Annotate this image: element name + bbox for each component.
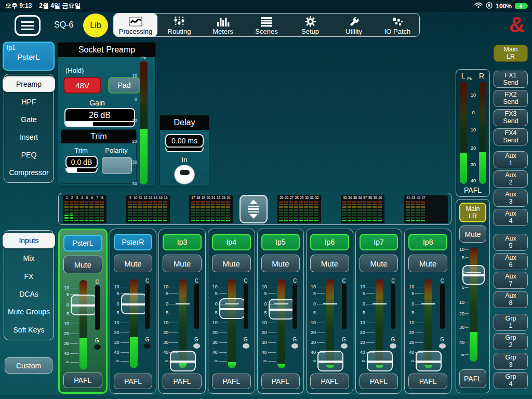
gate-indicator (243, 343, 249, 349)
mix-select-aux-8[interactable]: Aux8 (494, 291, 528, 308)
strip-pafl-button[interactable]: PAFL (408, 374, 447, 389)
mix-select-fx2-send[interactable]: FX2Send (494, 90, 528, 107)
mix-select-aux-3[interactable]: Aux3 (494, 190, 528, 207)
meter-bridge-group[interactable]: 2526272829303132 (277, 195, 321, 223)
strip-zero-line (323, 303, 337, 304)
mini-channel-meter (158, 201, 162, 222)
mix-select-fx4-send[interactable]: FX4Send (494, 128, 528, 145)
mini-channel-meter (211, 201, 215, 222)
delay-in-toggle[interactable] (174, 165, 195, 184)
mix-select-grp-2[interactable]: Grp2 (494, 333, 528, 350)
meter-bridge-group[interactable]: 3334353637383940 (341, 195, 384, 223)
mix-select-grp-4[interactable]: Grp4 (494, 372, 528, 389)
meter-bridge-group[interactable]: 1718192021222324 (189, 195, 233, 223)
trim-value[interactable]: 0.0 dB (65, 156, 98, 168)
mini-channel-meter (191, 201, 195, 222)
phantom-48v-button[interactable]: 48V (63, 77, 101, 94)
hamburger-menu-icon[interactable] (15, 15, 41, 36)
tab-meters[interactable]: Meters (201, 14, 245, 36)
mini-channel-meter (148, 201, 152, 222)
strip-mute-button[interactable]: Mute (310, 255, 349, 272)
sidebar-item-fx[interactable]: FX (4, 269, 54, 284)
strip-name-button[interactable]: Ip5 (261, 234, 300, 250)
strip-name-button[interactable]: PsterL (63, 235, 102, 251)
mix-select-aux-5[interactable]: Aux5 (494, 234, 528, 251)
strip-mute-button[interactable]: Mute (63, 256, 102, 273)
mix-select-aux-6[interactable]: Aux6 (494, 253, 528, 270)
mix-select-aux-7[interactable]: Aux7 (494, 272, 528, 289)
library-button[interactable]: Lib (83, 14, 108, 37)
meter-bridge-group[interactable]: 12345678 (63, 195, 107, 223)
strip-pafl-button[interactable]: PAFL (163, 374, 202, 389)
bank-nav-list: InputsMixFXDCAsMute GroupsSoft Keys (4, 230, 54, 340)
main-pafl-button[interactable]: PAFL (459, 369, 486, 388)
selected-channel-block[interactable]: Ip1 PsterL (3, 42, 55, 71)
strip-name-button[interactable]: Ip6 (310, 234, 349, 250)
delay-value[interactable]: 0.00 ms (165, 134, 204, 148)
strip-mute-button[interactable]: Mute (360, 255, 398, 272)
sidebar-item-dcas[interactable]: DCAs (4, 286, 54, 302)
mix-select-grp-1[interactable]: Grp1 (494, 314, 528, 331)
tab-routing[interactable]: Routing (157, 14, 201, 36)
tab-io-patch[interactable]: IO Patch (376, 14, 419, 36)
main-mute-button[interactable]: Mute (459, 225, 486, 243)
strip-mute-button[interactable]: Mute (261, 255, 300, 272)
strip-name-button[interactable]: Ip8 (408, 234, 447, 250)
meter-bridge: 12345678 910111213141516 171819202122232… (58, 193, 451, 225)
strip-pafl-button[interactable]: PAFL (212, 374, 251, 389)
strip-fader-zone: C G 1050510203040∞ (208, 277, 255, 370)
mix-select-fx1-send[interactable]: FX1Send (494, 71, 528, 88)
strip-pafl-button[interactable]: PAFL (261, 374, 300, 389)
mini-channel-meter (352, 201, 356, 222)
main-lr-name-button[interactable]: Main LR (459, 203, 486, 222)
sidebar-item-inputs[interactable]: Inputs (3, 233, 55, 248)
strip-name-button[interactable]: Ip3 (163, 234, 202, 250)
mini-channel-meter (314, 201, 318, 222)
tab-scenes[interactable]: Scenes (245, 14, 288, 36)
sidebar-item-peq[interactable]: PEQ (4, 147, 54, 163)
tab-utility[interactable]: Utility (332, 14, 376, 36)
meter-bridge-group[interactable]: 41434547 (404, 195, 448, 223)
strip-fader-track[interactable] (228, 279, 236, 368)
mini-channel-meter (348, 201, 352, 222)
strip-mute-button[interactable]: Mute (212, 255, 251, 272)
strip-name-button[interactable]: PsterR (114, 234, 153, 250)
mix-select-aux-4[interactable]: Aux4 (494, 209, 528, 226)
sidebar-item-preamp[interactable]: Preamp (3, 76, 55, 92)
main-right-meter (479, 82, 486, 184)
strip-mute-button[interactable]: Mute (114, 255, 153, 272)
strip-fader-track[interactable] (130, 279, 138, 368)
strip-name-button[interactable]: Ip7 (360, 234, 398, 250)
strip-mute-button[interactable]: Mute (408, 255, 447, 272)
mix-select-aux-2[interactable]: Aux2 (494, 170, 528, 188)
tab-setup[interactable]: Setup (288, 14, 332, 36)
mini-channel-meter (289, 201, 293, 222)
mix-select-main-lr[interactable]: MainLR (494, 45, 528, 62)
custom-button[interactable]: Custom (5, 357, 52, 374)
sidebar-item-compressor[interactable]: Compressor (4, 165, 54, 180)
sidebar-item-mix[interactable]: Mix (4, 250, 54, 266)
sidebar-item-soft-keys[interactable]: Soft Keys (4, 322, 54, 338)
tab-processing[interactable]: Processing (114, 14, 157, 36)
strip-pafl-button[interactable]: PAFL (310, 374, 349, 389)
bank-scroll-icon[interactable] (240, 195, 268, 223)
scenes-icon (261, 16, 272, 27)
strip-fader-zone: C G 1050510203040∞ (258, 277, 304, 370)
mix-select-grp-3[interactable]: Grp3 (494, 353, 528, 370)
strip-zero-line (421, 303, 435, 304)
strip-pafl-button[interactable]: PAFL (114, 374, 153, 389)
sidebar-item-insert[interactable]: Insert (4, 129, 54, 145)
strip-pafl-button[interactable]: PAFL (360, 374, 398, 389)
strip-mute-button[interactable]: Mute (163, 255, 202, 272)
strip-name-button[interactable]: Ip4 (212, 234, 251, 250)
sidebar-item-mute-groups[interactable]: Mute Groups (4, 304, 54, 320)
sidebar-item-gate[interactable]: Gate (4, 112, 54, 127)
sidebar-item-hpf[interactable]: HPF (4, 94, 54, 110)
meter-bridge-group[interactable]: 910111213141516 (126, 195, 170, 223)
strip-pafl-button[interactable]: PAFL (63, 373, 102, 388)
mix-select-fx3-send[interactable]: FX3Send (494, 109, 528, 126)
processing-nav-list: PreampHPFGateInsertPEQCompressor (4, 74, 54, 183)
strip-fader-track[interactable] (277, 279, 285, 368)
mix-select-aux-1[interactable]: Aux1 (494, 151, 528, 168)
strip-fader-track[interactable] (79, 280, 87, 369)
